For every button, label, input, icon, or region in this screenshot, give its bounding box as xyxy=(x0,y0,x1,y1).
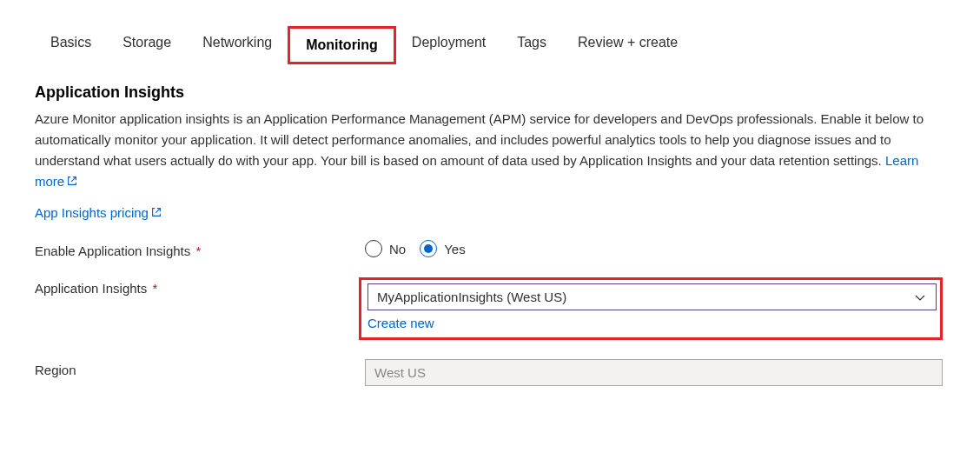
external-link-icon xyxy=(150,206,162,221)
radio-dot-icon xyxy=(424,244,433,253)
tab-monitoring[interactable]: Monitoring xyxy=(288,26,396,64)
row-application-insights: Application Insights * MyApplicationInsi… xyxy=(35,277,945,340)
radio-circle-icon xyxy=(365,240,382,257)
required-asterisk: * xyxy=(192,243,201,258)
tab-deployment[interactable]: Deployment xyxy=(396,26,501,64)
chevron-down-icon xyxy=(913,290,927,304)
tab-review-create[interactable]: Review + create xyxy=(562,26,693,64)
row-region: Region West US xyxy=(35,359,945,386)
region-field: West US xyxy=(365,359,943,386)
radio-circle-icon xyxy=(420,240,437,257)
tab-tags[interactable]: Tags xyxy=(501,26,562,64)
label-enable-insights: Enable Application Insights * xyxy=(35,240,365,258)
tabs-bar: Basics Storage Networking Monitoring Dep… xyxy=(35,26,945,64)
radio-no-label: No xyxy=(389,242,406,256)
row-enable-insights: Enable Application Insights * No Yes xyxy=(35,240,945,258)
radio-yes[interactable]: Yes xyxy=(420,240,465,257)
radio-group-enable: No Yes xyxy=(365,240,943,257)
highlighted-area: MyApplicationInsights (West US) Create n… xyxy=(359,277,943,340)
label-region: Region xyxy=(35,359,365,377)
tab-networking[interactable]: Networking xyxy=(187,26,288,64)
required-asterisk: * xyxy=(149,281,157,296)
description-text: Azure Monitor application insights is an… xyxy=(35,111,924,168)
dropdown-value: MyApplicationInsights (West US) xyxy=(377,290,566,304)
create-new-link[interactable]: Create new xyxy=(368,316,434,330)
section-title: Application Insights xyxy=(35,83,945,102)
section-description: Azure Monitor application insights is an… xyxy=(35,109,930,193)
radio-yes-label: Yes xyxy=(444,242,465,256)
tab-basics[interactable]: Basics xyxy=(35,26,107,64)
dropdown-application-insights[interactable]: MyApplicationInsights (West US) xyxy=(368,283,937,310)
radio-no[interactable]: No xyxy=(365,240,406,257)
external-link-icon xyxy=(66,172,78,193)
tab-storage[interactable]: Storage xyxy=(107,26,187,64)
pricing-link[interactable]: App Insights pricing xyxy=(35,205,162,221)
label-application-insights: Application Insights * xyxy=(35,277,365,296)
